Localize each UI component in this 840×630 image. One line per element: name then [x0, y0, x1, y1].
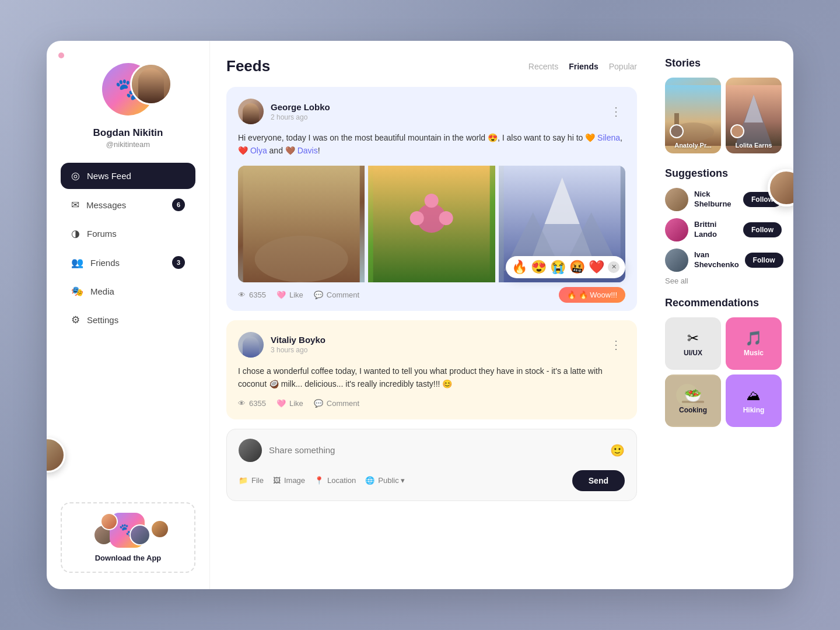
- rec-card-hiking[interactable]: ⛰ Hiking: [726, 374, 782, 427]
- settings-icon: ⚙: [71, 314, 80, 326]
- location-label: Location: [327, 476, 356, 485]
- nav-item-forums[interactable]: ◑ Forums: [61, 220, 195, 247]
- like-btn-2[interactable]: 🩷 Like: [276, 399, 303, 408]
- download-label: Download the App: [95, 554, 162, 562]
- reaction-heart[interactable]: ❤️: [589, 260, 604, 275]
- download-section: 🐾 Download the App: [61, 502, 195, 573]
- reaction-heart-eyes[interactable]: 😍: [531, 260, 547, 275]
- dl-avatar-3: [130, 524, 150, 545]
- post-card-1: George Lobko 2 hours ago ⋮ Hi everyone, …: [226, 87, 637, 311]
- post-author-info-2: Vitaliy Boyko 3 hours ago: [271, 335, 326, 354]
- post-author-name-1: George Lobko: [271, 102, 330, 112]
- nav-item-messages[interactable]: ✉ Messages 6: [61, 191, 195, 218]
- send-btn[interactable]: Send: [572, 470, 625, 491]
- image-btn[interactable]: 🖼 Image: [273, 476, 305, 485]
- views-num-2: 6355: [249, 399, 266, 408]
- floating-profile-left: [47, 438, 65, 473]
- rec-card-cooking[interactable]: 🥗 Cooking: [665, 374, 721, 427]
- news-feed-icon: ◎: [71, 170, 80, 182]
- suggestion-item-ivan: Ivan Shevchenko Follow: [665, 249, 782, 272]
- heart-icon-1: 🩷: [276, 290, 286, 299]
- mention-olya[interactable]: ❤️ Olya: [238, 146, 267, 155]
- avatar-inner: [132, 65, 170, 103]
- suggestion-avatar-ivan: [665, 249, 688, 272]
- nav-item-news-feed[interactable]: ◎ News Feed: [61, 163, 195, 189]
- like-btn-1[interactable]: 🩷 Like: [276, 290, 303, 299]
- nav-label-settings: Settings: [87, 315, 118, 325]
- woow-fire-icon: 🔥: [567, 290, 576, 299]
- image-label: Image: [284, 476, 305, 485]
- post-header-1: George Lobko 2 hours ago ⋮: [238, 99, 625, 124]
- tab-recents[interactable]: Recents: [528, 62, 558, 71]
- hiking-label: Hiking: [743, 406, 765, 414]
- suggestions-list: Nick Shelburne Follow Brittni Lando Foll…: [665, 188, 782, 272]
- nav-item-media[interactable]: 🎭 Media: [61, 278, 195, 304]
- story-label-1: Anatoly Pr...: [665, 142, 721, 149]
- mention-davis[interactable]: 🤎 Davis: [285, 146, 318, 155]
- main-card: 🐾 Bogdan Nikitin @nikitinteam ◎ News Fee…: [47, 41, 793, 589]
- post-author-name-2: Vitaliy Boyko: [271, 335, 326, 345]
- music-label: Music: [744, 349, 764, 357]
- views-count-2: 👁 6355: [238, 399, 266, 408]
- globe-icon: 🌐: [365, 476, 374, 485]
- right-panel: Stories Anatoly Pr...: [653, 41, 793, 589]
- suggestion-avatar-brittni: [665, 218, 688, 242]
- flower-img: [368, 166, 495, 282]
- woow-label: 🔥 Woow!!!: [579, 290, 617, 299]
- post-actions-2: 👁 6355 🩷 Like 💬 Comment: [238, 399, 625, 408]
- uiux-icon: ✂: [687, 330, 699, 346]
- rec-card-music[interactable]: 🎵 Music: [726, 317, 782, 370]
- suggestion-name-nick: Nick Shelburne: [694, 190, 737, 209]
- svg-point-6: [439, 211, 453, 225]
- comment-btn-1[interactable]: 💬 Comment: [314, 290, 359, 299]
- post-menu-2[interactable]: ⋮: [607, 335, 625, 354]
- emoji-picker-btn[interactable]: 🙂: [610, 443, 625, 457]
- post-time-2: 3 hours ago: [271, 346, 326, 354]
- follow-btn-brittni[interactable]: Follow: [743, 222, 782, 237]
- see-all-btn[interactable]: See all: [665, 276, 782, 285]
- mention-silena[interactable]: 🧡 Silena: [585, 133, 620, 142]
- uiux-label: UI/UX: [684, 349, 702, 357]
- post-avatar-george: [238, 99, 264, 124]
- nav-item-settings[interactable]: ⚙ Settings: [61, 307, 195, 333]
- story-card-1[interactable]: Anatoly Pr...: [665, 78, 721, 153]
- suggestion-item-brittni: Brittni Lando Follow: [665, 218, 782, 242]
- reaction-close[interactable]: ✕: [608, 261, 620, 273]
- post-card-2: Vitaliy Boyko 3 hours ago ⋮ I chose a wo…: [226, 320, 637, 419]
- location-btn[interactable]: 📍 Location: [314, 476, 356, 485]
- public-btn[interactable]: 🌐 Public ▾: [365, 476, 405, 485]
- cooking-icon: 🥗: [684, 387, 702, 404]
- post-time-1: 2 hours ago: [271, 113, 330, 121]
- eye-icon: 👁: [238, 290, 246, 299]
- reaction-angry[interactable]: 🤬: [569, 260, 585, 275]
- woow-btn[interactable]: 🔥 🔥 Woow!!!: [559, 287, 625, 303]
- follow-btn-ivan[interactable]: Follow: [745, 253, 783, 268]
- suggestion-name-ivan: Ivan Shevchenko: [694, 250, 739, 270]
- tab-friends[interactable]: Friends: [569, 62, 598, 71]
- create-post-input[interactable]: [269, 445, 603, 455]
- reaction-cry[interactable]: 😭: [550, 260, 566, 275]
- file-btn[interactable]: 📁 File: [239, 476, 264, 485]
- create-input-row: 🙂: [239, 439, 625, 462]
- download-avatars: 🐾: [88, 513, 169, 548]
- suggestion-item-nick: Nick Shelburne Follow: [665, 188, 782, 211]
- reaction-fire[interactable]: 🔥: [512, 260, 527, 275]
- like-label-2: Like: [289, 399, 303, 408]
- comment-label-2: Comment: [327, 399, 359, 408]
- tab-popular[interactable]: Popular: [609, 62, 637, 71]
- create-post-avatar: [239, 439, 262, 462]
- views-count-1: 👁 6355: [238, 290, 266, 299]
- stories-grid: Anatoly Pr... Lolita Earns: [665, 78, 782, 153]
- comment-icon-1: 💬: [314, 290, 323, 299]
- post-menu-1[interactable]: ⋮: [607, 102, 625, 121]
- rec-card-uiux[interactable]: ✂ UI/UX: [665, 317, 721, 370]
- avatar-inner-vitaliy: [243, 337, 259, 358]
- recommendations-title: Recommendations: [665, 297, 782, 309]
- comment-label-1: Comment: [327, 290, 359, 299]
- story-card-2[interactable]: Lolita Earns: [726, 78, 782, 153]
- comment-btn-2[interactable]: 💬 Comment: [314, 399, 359, 408]
- create-post-card: 🙂 📁 File 🖼 Image 📍 Location 🌐 Public ▾: [226, 429, 637, 501]
- comment-icon-2: 💬: [314, 399, 323, 408]
- nav-item-friends[interactable]: 👥 Friends 3: [61, 249, 195, 276]
- nav-label-media: Media: [90, 286, 114, 296]
